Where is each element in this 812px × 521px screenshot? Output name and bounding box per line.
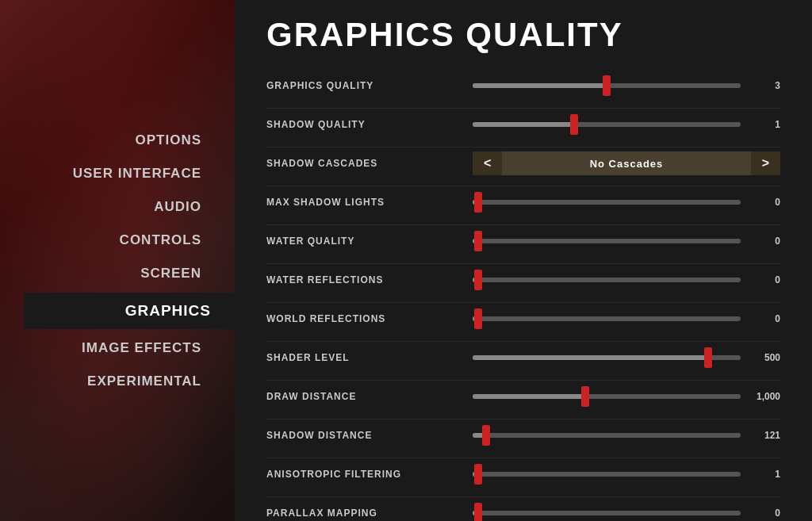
- setting-row-max-shadow-lights: MAX SHADOW LIGHTS0: [266, 188, 780, 216]
- slider-thumb-max-shadow-lights[interactable]: [474, 192, 482, 213]
- setting-row-water-reflections: WATER REFLECTIONS0: [266, 266, 780, 294]
- setting-row-graphics-quality: GRAPHICS QUALITY3: [266, 71, 780, 100]
- slider-thumb-draw-distance[interactable]: [581, 386, 589, 407]
- sidebar-item-audio[interactable]: AUDIO: [0, 193, 211, 221]
- setting-control-shadow-cascades: <No Cascades>: [473, 151, 780, 175]
- setting-label-shader-level: SHADER LEVEL: [266, 352, 473, 363]
- sidebar-item-experimental[interactable]: EXPERIMENTAL: [0, 367, 211, 396]
- setting-control-draw-distance: 1,000: [473, 391, 780, 402]
- slider-thumb-parallax-mapping[interactable]: [474, 503, 482, 521]
- slider-track-draw-distance[interactable]: [473, 394, 741, 399]
- slider-value-shadow-quality: 1: [749, 119, 780, 130]
- slider-fill-graphics-quality: [473, 83, 607, 88]
- slider-thumb-water-reflections[interactable]: [474, 270, 482, 290]
- setting-label-shadow-distance: SHADOW DISTANCE: [266, 430, 473, 441]
- setting-control-parallax-mapping: 0: [473, 508, 780, 519]
- slider-fill-shadow-quality: [473, 122, 574, 127]
- slider-track-shader-level[interactable]: [473, 355, 741, 360]
- setting-control-world-reflections: 0: [473, 313, 780, 324]
- setting-label-shadow-cascades: SHADOW CASCADES: [266, 158, 473, 169]
- sidebar-item-graphics[interactable]: GRAPHICS: [24, 293, 235, 329]
- setting-row-world-reflections: WORLD REFLECTIONS0: [266, 305, 780, 333]
- slider-track-water-quality[interactable]: [473, 239, 741, 243]
- setting-row-draw-distance: DRAW DISTANCE1,000: [266, 382, 780, 411]
- slider-value-world-reflections: 0: [749, 313, 780, 324]
- slider-value-parallax-mapping: 0: [749, 508, 780, 519]
- slider-fill-shader-level: [473, 355, 708, 360]
- setting-label-max-shadow-lights: MAX SHADOW LIGHTS: [266, 197, 473, 208]
- setting-control-water-quality: 0: [473, 236, 780, 247]
- setting-label-water-reflections: WATER REFLECTIONS: [266, 274, 473, 285]
- slider-track-water-reflections[interactable]: [473, 278, 741, 282]
- slider-value-graphics-quality: 3: [749, 80, 780, 91]
- setting-row-shadow-quality: SHADOW QUALITY1: [266, 110, 780, 139]
- selector-left-arrow-shadow-cascades[interactable]: <: [473, 151, 502, 175]
- setting-control-anisotropic-filtering: 1: [473, 469, 780, 480]
- slider-value-water-reflections: 0: [749, 274, 780, 285]
- slider-value-anisotropic-filtering: 1: [749, 469, 780, 480]
- setting-row-water-quality: WATER QUALITY0: [266, 227, 780, 255]
- slider-thumb-shader-level[interactable]: [704, 347, 712, 368]
- setting-control-shader-level: 500: [473, 352, 780, 363]
- setting-row-parallax-mapping: PARALLAX MAPPING0: [266, 499, 780, 521]
- setting-row-shadow-cascades: SHADOW CASCADES<No Cascades>: [266, 149, 780, 178]
- sidebar-item-controls[interactable]: CONTROLS: [0, 226, 211, 255]
- setting-row-shader-level: SHADER LEVEL500: [266, 343, 780, 372]
- main-panel: GRAPHICS QUALITY GRAPHICS QUALITY3SHADOW…: [235, 0, 812, 521]
- setting-control-water-reflections: 0: [473, 274, 780, 285]
- slider-value-draw-distance: 1,000: [749, 391, 780, 402]
- setting-row-anisotropic-filtering: ANISOTROPIC FILTERING1: [266, 460, 780, 488]
- slider-fill-draw-distance: [473, 394, 585, 399]
- slider-track-shadow-distance[interactable]: [473, 433, 741, 438]
- setting-row-shadow-distance: SHADOW DISTANCE121: [266, 421, 780, 450]
- slider-thumb-water-quality[interactable]: [474, 231, 482, 251]
- selector-shadow-cascades: <No Cascades>: [473, 151, 780, 175]
- setting-control-max-shadow-lights: 0: [473, 197, 780, 208]
- slider-value-max-shadow-lights: 0: [749, 197, 780, 208]
- slider-track-anisotropic-filtering[interactable]: [473, 472, 741, 477]
- slider-track-max-shadow-lights[interactable]: [473, 200, 741, 205]
- slider-track-world-reflections[interactable]: [473, 316, 741, 321]
- sidebar-item-screen[interactable]: SCREEN: [0, 259, 211, 288]
- slider-thumb-anisotropic-filtering[interactable]: [474, 464, 482, 485]
- slider-track-shadow-quality[interactable]: [473, 122, 741, 127]
- settings-container: GRAPHICS QUALITY3SHADOW QUALITY1SHADOW C…: [266, 71, 780, 521]
- slider-value-shader-level: 500: [749, 352, 780, 363]
- setting-label-draw-distance: DRAW DISTANCE: [266, 391, 473, 402]
- sidebar-item-options[interactable]: OPTIONS: [0, 126, 211, 155]
- selector-right-arrow-shadow-cascades[interactable]: >: [751, 151, 780, 175]
- selector-value-shadow-cascades: No Cascades: [502, 153, 750, 174]
- slider-track-parallax-mapping[interactable]: [473, 511, 741, 515]
- setting-label-parallax-mapping: PARALLAX MAPPING: [266, 508, 473, 519]
- setting-label-anisotropic-filtering: ANISOTROPIC FILTERING: [266, 469, 473, 480]
- setting-control-shadow-distance: 121: [473, 430, 780, 441]
- slider-thumb-shadow-quality[interactable]: [570, 114, 578, 135]
- sidebar: OPTIONSUSER INTERFACEAUDIOCONTROLSSCREEN…: [0, 0, 235, 521]
- setting-label-world-reflections: WORLD REFLECTIONS: [266, 313, 473, 324]
- setting-control-graphics-quality: 3: [473, 80, 780, 91]
- slider-value-shadow-distance: 121: [749, 430, 780, 441]
- setting-label-water-quality: WATER QUALITY: [266, 236, 473, 247]
- slider-thumb-graphics-quality[interactable]: [603, 75, 611, 96]
- slider-thumb-shadow-distance[interactable]: [482, 425, 490, 446]
- slider-value-water-quality: 0: [749, 236, 780, 247]
- sidebar-item-user-interface[interactable]: USER INTERFACE: [0, 159, 211, 188]
- slider-thumb-world-reflections[interactable]: [474, 308, 482, 329]
- slider-track-graphics-quality[interactable]: [473, 83, 741, 88]
- setting-label-graphics-quality: GRAPHICS QUALITY: [266, 80, 473, 91]
- sidebar-item-image-effects[interactable]: IMAGE EFFECTS: [0, 334, 211, 362]
- setting-control-shadow-quality: 1: [473, 119, 780, 130]
- setting-label-shadow-quality: SHADOW QUALITY: [266, 119, 473, 130]
- page-title: GRAPHICS QUALITY: [266, 16, 780, 54]
